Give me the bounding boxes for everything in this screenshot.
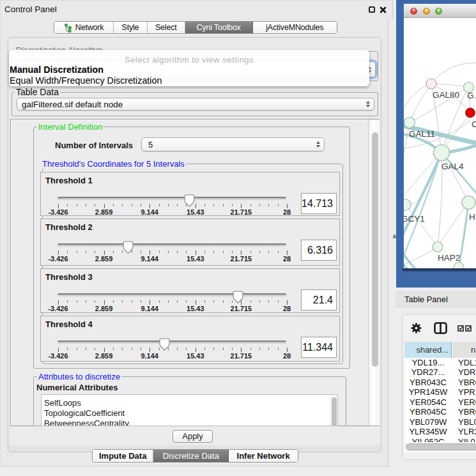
- svg-text:HAP2: HAP2: [438, 253, 460, 263]
- svg-text:H: H: [469, 212, 475, 222]
- svg-text:GCY1: GCY1: [404, 214, 425, 224]
- svg-text:GAL4: GAL4: [441, 162, 464, 171]
- svg-text:C: C: [472, 119, 476, 129]
- svg-text:GAL80: GAL80: [433, 90, 459, 100]
- svg-text:GAL11: GAL11: [409, 129, 435, 139]
- svg-text:G.: G.: [467, 91, 476, 100]
